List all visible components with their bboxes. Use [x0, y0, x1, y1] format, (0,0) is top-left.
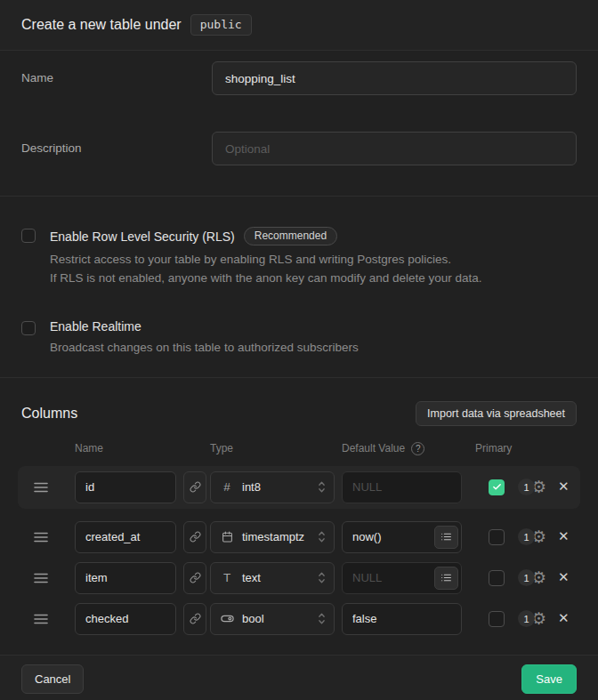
table-description-input[interactable]: [212, 132, 577, 165]
realtime-description: Broadcast changes on this table to autho…: [50, 339, 359, 358]
header-default-value: Default Value: [342, 442, 405, 455]
chevron-updown-icon: [317, 612, 327, 625]
column-settings-button[interactable]: 1 ⚙: [518, 528, 546, 545]
realtime-option: Enable Realtime Broadcast changes on thi…: [21, 319, 577, 358]
realtime-checkbox[interactable]: [21, 321, 36, 335]
list-icon: [440, 531, 452, 543]
column-type-select[interactable]: bool: [210, 603, 335, 635]
column-type-select[interactable]: timestamptz: [210, 521, 335, 553]
import-spreadsheet-button[interactable]: Import data via spreadsheet: [416, 401, 577, 426]
default-value-input[interactable]: [342, 471, 462, 503]
column-type-label: int8: [242, 480, 261, 494]
columns-section: Columns Import data via spreadsheet Name…: [0, 378, 598, 655]
column-type-select[interactable]: # int8: [210, 471, 335, 503]
default-value-menu-button[interactable]: [434, 526, 458, 549]
foreign-key-button[interactable]: [183, 471, 206, 503]
rls-label: Enable Row Level Security (RLS): [50, 229, 235, 244]
rls-option: Enable Row Level Security (RLS) Recommen…: [21, 227, 577, 287]
column-settings-button[interactable]: 1 ⚙: [518, 479, 546, 495]
table-options: Enable Row Level Security (RLS) Recommen…: [0, 197, 598, 378]
dialog-footer: Cancel Save: [0, 655, 598, 700]
dialog-header: Create a new table under public: [0, 0, 598, 51]
primary-checkbox[interactable]: [489, 479, 505, 495]
settings-count-badge: 1: [518, 528, 535, 545]
foreign-key-button[interactable]: [183, 562, 206, 594]
column-row-created-at: timestamptz 1 ⚙ ✕: [18, 521, 580, 553]
rls-description: Restrict access to your table by enablin…: [50, 251, 482, 287]
primary-checkbox[interactable]: [489, 611, 505, 627]
drag-handle-icon[interactable]: [34, 572, 75, 584]
name-label: Name: [21, 61, 212, 95]
close-icon: ✕: [558, 479, 570, 495]
help-icon[interactable]: ?: [411, 442, 424, 455]
chevron-updown-icon: [317, 480, 327, 494]
column-settings-button[interactable]: 1 ⚙: [518, 610, 546, 627]
cancel-button[interactable]: Cancel: [21, 664, 84, 694]
columns-title: Columns: [21, 406, 77, 422]
description-label: Description: [21, 132, 212, 165]
settings-count-badge: 1: [518, 479, 535, 495]
save-button[interactable]: Save: [521, 664, 577, 694]
realtime-label: Enable Realtime: [50, 319, 141, 334]
drag-handle-icon[interactable]: [34, 481, 75, 494]
header-type: Type: [210, 442, 342, 455]
list-icon: [440, 572, 452, 583]
column-row-checked: bool 1 ⚙ ✕: [18, 603, 580, 635]
table-info-form: Name Description: [0, 51, 598, 197]
hash-icon: #: [220, 480, 234, 494]
foreign-key-button[interactable]: [183, 603, 206, 635]
foreign-key-button[interactable]: [183, 521, 206, 553]
check-icon: [492, 482, 502, 492]
column-rows: # int8 1 ⚙ ✕: [18, 466, 580, 635]
remove-column-button[interactable]: ✕: [558, 480, 570, 494]
name-row: Name: [21, 61, 577, 95]
close-icon: ✕: [558, 528, 570, 544]
create-table-dialog: Create a new table under public Name Des…: [0, 0, 598, 700]
remove-column-button[interactable]: ✕: [558, 571, 570, 584]
dialog-title: Create a new table under: [21, 17, 182, 33]
link-icon: [190, 613, 201, 624]
link-icon: [190, 572, 201, 583]
column-name-input[interactable]: [75, 562, 176, 594]
header-primary: Primary: [475, 442, 512, 455]
default-value-input[interactable]: [342, 603, 462, 635]
column-settings-button[interactable]: 1 ⚙: [518, 569, 546, 586]
chevron-updown-icon: [317, 571, 327, 584]
recommended-badge: Recommended: [244, 227, 337, 245]
close-icon: ✕: [558, 610, 570, 626]
column-name-input[interactable]: [75, 471, 176, 503]
schema-badge: public: [190, 14, 252, 36]
description-row: Description: [21, 132, 577, 165]
toggle-icon: [220, 612, 234, 625]
columns-table-header: Name Type Default Value ? Primary: [18, 442, 580, 455]
close-icon: ✕: [558, 569, 570, 585]
text-type-icon: T: [220, 571, 234, 584]
column-type-label: timestamptz: [242, 530, 304, 543]
drag-handle-icon[interactable]: [34, 613, 75, 625]
column-type-label: text: [242, 571, 261, 584]
default-value-menu-button[interactable]: [434, 567, 458, 590]
column-row-item: T text 1 ⚙ ✕: [18, 562, 580, 594]
header-name: Name: [75, 442, 210, 455]
calendar-icon: [220, 531, 234, 543]
remove-column-button[interactable]: ✕: [558, 530, 570, 543]
rls-checkbox[interactable]: [21, 229, 36, 243]
primary-checkbox[interactable]: [489, 529, 505, 545]
column-type-label: bool: [242, 612, 264, 625]
column-row-id: # int8 1 ⚙ ✕: [18, 466, 580, 509]
settings-count-badge: 1: [518, 610, 535, 627]
table-name-input[interactable]: [212, 61, 577, 95]
column-name-input[interactable]: [75, 521, 176, 553]
settings-count-badge: 1: [518, 569, 535, 586]
link-icon: [190, 481, 201, 493]
link-icon: [190, 531, 201, 543]
column-name-input[interactable]: [75, 603, 176, 635]
primary-checkbox[interactable]: [489, 570, 505, 586]
drag-handle-icon[interactable]: [34, 531, 75, 543]
chevron-updown-icon: [317, 530, 327, 543]
column-type-select[interactable]: T text: [210, 562, 335, 594]
remove-column-button[interactable]: ✕: [558, 612, 570, 625]
